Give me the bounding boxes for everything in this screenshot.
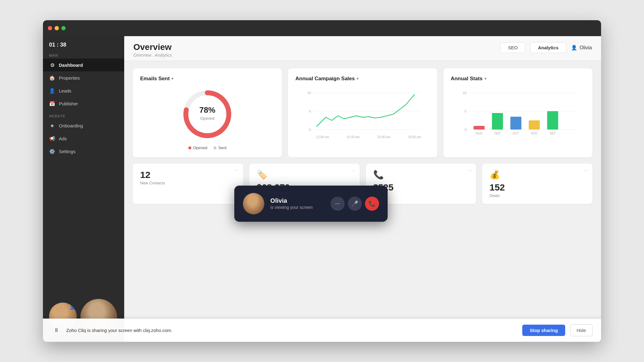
line-chart-svg: 10 5 0 12:00 am 01:00 am 02:00 am 03:00 … <box>295 87 430 148</box>
svg-text:SEP: SEP <box>550 132 556 135</box>
sidebar-section-main: MAIN <box>43 51 124 58</box>
legend-sent-dot <box>213 146 217 149</box>
svg-text:AUG: AUG <box>531 132 538 135</box>
breadcrumb: Overview . Analytics <box>133 53 172 58</box>
calls-dots[interactable]: ··· <box>468 168 472 173</box>
line-chart-container: 10 5 0 12:00 am 01:00 am 02:00 am 03:00 … <box>295 87 430 148</box>
svg-rect-26 <box>529 120 540 130</box>
svg-text:01:00 am: 01:00 am <box>347 135 360 139</box>
legend-opened-dot <box>188 146 191 149</box>
sidebar-item-dashboard[interactable]: ⊙ Dashboard <box>43 58 124 71</box>
onboarding-icon: ★ <box>49 123 55 129</box>
emails-sent-card: Emails Sent ▾ 78% Opened <box>133 68 282 157</box>
svg-text:12:00 am: 12:00 am <box>316 135 329 139</box>
stat-card-deals: ··· 💰 152 Deals <box>482 164 592 204</box>
stat-card-contacts: ··· 12 New Contacts <box>133 164 243 204</box>
properties-icon: 🏠 <box>49 75 55 81</box>
sidebar-item-onboarding-label: Onboarding <box>59 123 83 128</box>
sidebar-item-properties-label: Properties <box>59 75 80 81</box>
deals-label: Deals <box>489 193 585 198</box>
call-mute-button[interactable]: 🎤 <box>348 197 362 211</box>
annual-stats-title: Annual Stats ▾ <box>451 76 585 82</box>
svg-text:10: 10 <box>463 91 466 95</box>
deals-value: 152 <box>489 182 585 193</box>
more-dots-icon: ··· <box>335 200 340 207</box>
order-dots[interactable]: ··· <box>351 168 355 173</box>
call-more-button[interactable]: ··· <box>331 197 345 211</box>
sidebar-item-ads-label: Ads <box>59 136 67 141</box>
sidebar-item-dashboard-label: Dashboard <box>59 62 83 68</box>
user-icon: 👤 <box>571 45 577 51</box>
annual-stats-card: Annual Stats ▾ 10 5 <box>443 68 592 157</box>
sidebar-item-settings[interactable]: ⚙️ Settings <box>43 145 124 158</box>
sidebar-item-ads[interactable]: 📢 Ads <box>43 132 124 145</box>
svg-text:03:00 am: 03:00 am <box>408 135 421 139</box>
contacts-label: New Contacts <box>140 181 236 185</box>
clock: 01 : 38 <box>43 36 124 51</box>
contacts-value: 12 <box>140 170 236 180</box>
seo-tab[interactable]: SEO <box>500 42 526 53</box>
svg-rect-28 <box>547 111 558 130</box>
sidebar-item-onboarding[interactable]: ★ Onboarding <box>43 119 124 132</box>
mute-icon: 🎤 <box>351 200 358 207</box>
order-icon: 🏷️ <box>257 170 352 180</box>
annual-campaign-title: Annual Campaign Sales ▾ <box>295 76 430 82</box>
legend-sent: Sent <box>213 145 227 150</box>
stop-sharing-button[interactable]: Stop sharing <box>522 325 565 336</box>
video-call-overlay: Olivia is viewing your screen ··· 🎤 📞 <box>234 186 388 222</box>
svg-text:5: 5 <box>465 109 466 113</box>
user-name: Olivia <box>580 45 592 51</box>
call-end-button[interactable]: 📞 <box>365 197 379 211</box>
svg-text:10: 10 <box>307 91 311 95</box>
sidebar-item-publisher-label: Publisher <box>59 101 78 106</box>
settings-icon: ⚙️ <box>49 148 55 154</box>
calls-icon: 📞 <box>373 170 469 180</box>
deals-dots[interactable]: ··· <box>584 168 588 173</box>
maximize-button[interactable] <box>61 26 66 30</box>
hide-button[interactable]: Hide <box>570 324 592 336</box>
contacts-dots[interactable]: ··· <box>235 168 239 173</box>
svg-rect-22 <box>492 113 503 130</box>
stats-dropdown-arrow[interactable]: ▾ <box>485 77 486 81</box>
close-button[interactable] <box>48 26 52 30</box>
svg-text:AUG: AUG <box>476 132 482 135</box>
emails-sent-dropdown-arrow[interactable]: ▾ <box>171 77 173 81</box>
page-title: Overview <box>133 42 172 52</box>
ads-icon: 📢 <box>49 135 55 141</box>
deals-icon: 💰 <box>489 170 585 180</box>
user-section: 👤 Olivia <box>571 45 592 51</box>
leads-icon: 👤 <box>49 88 55 94</box>
donut-legend: Opened Sent <box>188 145 227 150</box>
call-status: is viewing your screen <box>270 205 324 210</box>
minimize-button[interactable] <box>55 26 59 30</box>
publisher-icon: 📅 <box>49 100 55 107</box>
campaign-dropdown-arrow[interactable]: ▾ <box>357 77 358 81</box>
pause-icon[interactable]: ⏸ <box>52 326 61 335</box>
svg-text:OCT: OCT <box>512 132 519 135</box>
svg-text:78%: 78% <box>199 105 215 115</box>
header: Overview Overview . Analytics SEO Analyt… <box>124 36 601 61</box>
donut-container: 78% Opened Opened Sent <box>140 87 274 150</box>
svg-text:0: 0 <box>465 128 466 131</box>
call-info: Olivia is viewing your screen <box>270 197 324 210</box>
svg-text:Opened: Opened <box>200 116 214 121</box>
svg-text:SEP: SEP <box>494 132 500 135</box>
call-controls: ··· 🎤 📞 <box>331 197 379 211</box>
analytics-tab[interactable]: Analytics <box>530 42 566 53</box>
call-avatar <box>243 193 264 214</box>
sidebar-item-settings-label: Settings <box>59 149 75 154</box>
sidebar-item-properties[interactable]: 🏠 Properties <box>43 71 124 84</box>
bar-chart-svg: 10 5 0 AUG SEP <box>451 87 585 148</box>
call-name: Olivia <box>270 197 324 204</box>
sidebar-section-website: WEBSITE <box>43 110 124 119</box>
svg-text:0: 0 <box>309 128 311 131</box>
titlebar <box>43 20 601 36</box>
svg-rect-24 <box>510 117 521 130</box>
sidebar-item-publisher[interactable]: 📅 Publisher <box>43 97 124 110</box>
header-right: SEO Analytics 👤 Olivia <box>500 42 592 53</box>
sidebar: 01 : 38 MAIN ⊙ Dashboard 🏠 Properties 👤 … <box>43 36 124 342</box>
end-call-icon: 📞 <box>369 200 375 207</box>
svg-text:5: 5 <box>309 109 311 113</box>
sidebar-item-leads-label: Leads <box>59 88 71 93</box>
sidebar-item-leads[interactable]: 👤 Leads <box>43 84 124 97</box>
